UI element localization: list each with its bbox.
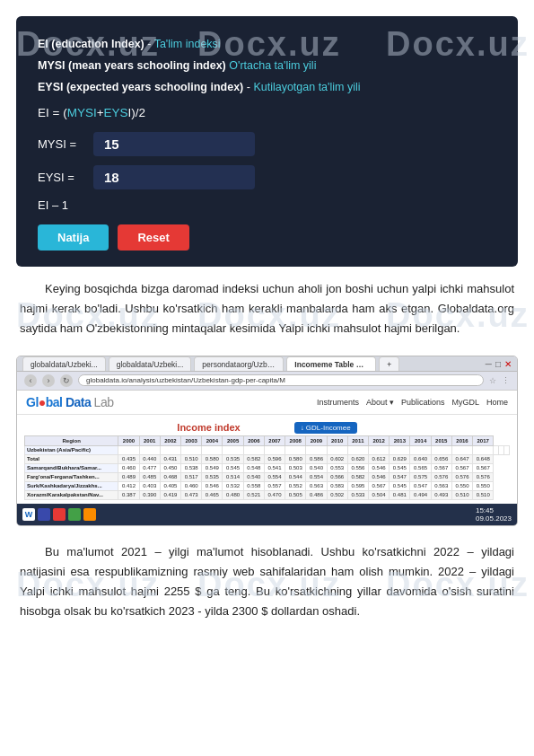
reset-button[interactable]: Reset [118, 224, 188, 251]
tab-new[interactable]: + [379, 356, 399, 371]
cell-region: Uzbekistan (Asia/Pacific) [25, 445, 118, 454]
cell-value: 0.480 [223, 490, 243, 499]
nav-about[interactable]: About ▾ [366, 398, 394, 407]
col-2012: 2012 [369, 435, 390, 445]
cell-value [327, 445, 347, 454]
download-button[interactable]: ↓ GDL-Incomee [294, 422, 357, 434]
cell-value [369, 445, 390, 454]
browser-addr-bar: ‹ › ↻ globaldata.io/analysis/uzbekistan/… [17, 372, 517, 391]
taskbar-icon-4[interactable] [68, 508, 81, 521]
taskbar-icons: W [22, 508, 96, 521]
minimize-btn[interactable]: ─ [486, 359, 492, 369]
cell-value [160, 445, 180, 454]
cell-value: 0.563 [431, 481, 451, 490]
def-line-eysi: EYSI (expected years schooling index) - … [38, 79, 496, 96]
col-2007: 2007 [264, 435, 285, 445]
cell-value: 0.431 [160, 454, 180, 463]
col-2011: 2011 [347, 435, 368, 445]
table-header-row: Region 2000 2001 2002 2003 2004 2005 200… [25, 435, 510, 445]
taskbar-icon-3[interactable] [53, 508, 66, 521]
cell-value: 0.473 [181, 490, 202, 499]
eysi-accent: Kutilayotgan ta'lim yili [253, 81, 360, 93]
forward-button[interactable]: › [42, 374, 55, 387]
cell-value: 0.460 [181, 481, 202, 490]
cell-value: 0.460 [118, 463, 139, 472]
result-label: EI – 1 [38, 198, 68, 212]
table-row: Samarqand/Bukhara/Samar...0.4600.4770.45… [25, 463, 510, 472]
col-2002: 2002 [160, 435, 180, 445]
nav-publications[interactable]: Publications [401, 398, 445, 407]
col-2006: 2006 [243, 435, 264, 445]
cell-value [410, 445, 431, 454]
cell-value: 0.505 [285, 490, 306, 499]
cell-value [223, 445, 243, 454]
close-btn[interactable]: ✕ [504, 359, 512, 369]
bookmark-icon[interactable]: ☆ [489, 376, 496, 385]
cell-value: 0.535 [223, 454, 243, 463]
cell-value [306, 445, 327, 454]
taskbar-icon-1[interactable]: W [22, 508, 35, 521]
address-bar[interactable]: globaldata.io/analysis/uzbekistan/Uzbeki… [78, 374, 484, 386]
natija-button[interactable]: Natija [38, 224, 109, 251]
cell-value: 0.412 [118, 481, 139, 490]
eysi-input[interactable] [93, 165, 255, 189]
nav-instruments[interactable]: Instruments [317, 398, 359, 407]
cell-region: Farg'ona/Fergana/Tashken... [25, 472, 118, 481]
cell-value: 0.656 [431, 454, 451, 463]
cell-value: 0.450 [160, 463, 180, 472]
cell-value: 0.580 [202, 454, 223, 463]
cell-value: 0.532 [223, 481, 243, 490]
cell-value [451, 445, 472, 454]
tab-3[interactable]: persondataorg/Uzbeu... [194, 356, 284, 371]
cell-value: 0.558 [243, 481, 264, 490]
taskbar-icon-5[interactable] [83, 508, 96, 521]
cell-value: 0.502 [327, 490, 347, 499]
bottom-text-container: Bu ma'lumot 2021 – yilgi ma'lumot hisobl… [0, 535, 534, 634]
nav-home[interactable]: Home [486, 398, 508, 407]
table-row: Farg'ona/Fergana/Tashken...0.4890.4850.4… [25, 472, 510, 481]
cell-value: 0.553 [327, 463, 347, 472]
reload-button[interactable]: ↻ [60, 374, 73, 387]
tab-4-active[interactable]: Incomeme Table Sale... [286, 356, 376, 371]
cell-value: 0.538 [181, 463, 202, 472]
cell-value: 0.405 [160, 481, 180, 490]
cell-value: 0.494 [410, 490, 431, 499]
cell-value: 0.510 [451, 490, 472, 499]
cell-value: 0.567 [369, 481, 390, 490]
col-2013: 2013 [390, 435, 410, 445]
cell-value: 0.567 [431, 463, 451, 472]
cell-value: 0.514 [223, 472, 243, 481]
tab-1[interactable]: globaldata/Uzbeki... [22, 356, 106, 371]
gdl-nav: Instruments About ▾ Publications MyGDL H… [317, 398, 508, 407]
taskbar-icon-2[interactable] [38, 508, 50, 521]
cell-value: 0.486 [306, 490, 327, 499]
cell-value: 0.533 [347, 490, 368, 499]
col-2009: 2009 [306, 435, 327, 445]
cell-value [243, 445, 264, 454]
income-table-body: Uzbekistan (Asia/Pacific)Total0.4350.440… [25, 445, 510, 499]
cell-value: 0.546 [369, 472, 390, 481]
cell-value: 0.489 [118, 472, 139, 481]
col-2005: 2005 [223, 435, 243, 445]
cell-value: 0.544 [285, 472, 306, 481]
cell-value: 0.575 [410, 472, 431, 481]
maximize-btn[interactable]: □ [495, 359, 501, 369]
cell-value: 0.582 [347, 472, 368, 481]
cell-value: 0.546 [202, 481, 223, 490]
taskbar-time: 15:45 09.05.2023 [476, 506, 512, 523]
col-2017: 2017 [473, 435, 494, 445]
cell-value: 0.583 [327, 481, 347, 490]
mysi-input[interactable] [93, 132, 255, 156]
cell-value: 0.387 [118, 490, 139, 499]
cell-value: 0.629 [390, 454, 410, 463]
cell-value [118, 445, 139, 454]
cell-value: 0.582 [243, 454, 264, 463]
cell-value: 0.576 [473, 472, 494, 481]
date-display: 09.05.2023 [476, 514, 512, 523]
tab-2[interactable]: globaldata/Uzbeki... [109, 356, 192, 371]
nav-mygdl[interactable]: MyGDL [451, 398, 479, 407]
cell-value: 0.620 [347, 454, 368, 463]
cell-value: 0.552 [285, 481, 306, 490]
back-button[interactable]: ‹ [24, 374, 37, 387]
taskbar: W 15:45 09.05.2023 [17, 504, 517, 525]
